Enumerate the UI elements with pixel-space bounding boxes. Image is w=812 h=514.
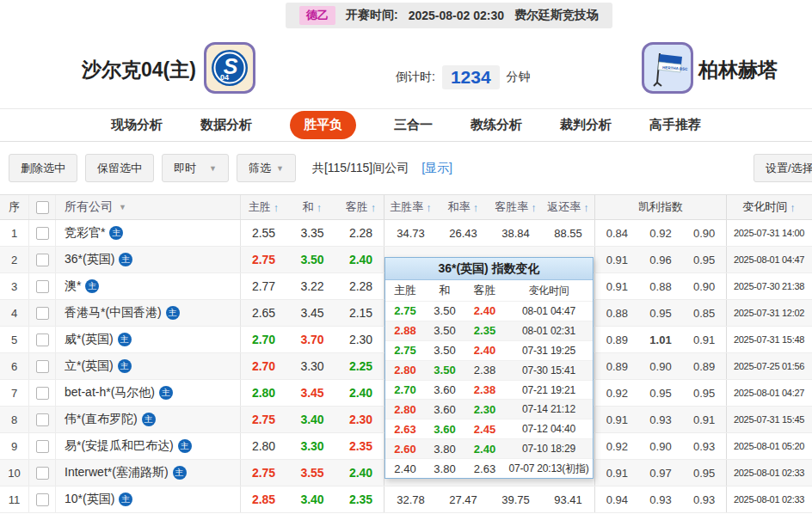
company-name[interactable]: 伟*(直布罗陀) [65, 412, 138, 427]
sort-up-icon: ↑ [790, 201, 796, 214]
popup-away-win-odds: 2.63 [464, 462, 505, 475]
away-win-odds[interactable]: 2.40 [338, 247, 384, 272]
tab-win-draw-lose[interactable]: 胜平负 [290, 111, 356, 139]
tab-three-in-one[interactable]: 三合一 [394, 117, 433, 133]
home-win-odds[interactable]: 2.75 [241, 460, 286, 486]
company-name[interactable]: 易*(安提瓜和巴布达) [65, 438, 174, 454]
draw-odds[interactable]: 3.30 [286, 433, 338, 459]
filter-dropdown[interactable]: 筛选 ▼ [237, 154, 296, 182]
home-win-odds[interactable]: 2.70 [241, 353, 286, 379]
company-name[interactable]: bet-at-h*(马尔他) [65, 385, 155, 401]
tab-coach-analysis[interactable]: 教练分析 [471, 117, 522, 133]
keep-selected-button[interactable]: 保留选中 [85, 154, 154, 182]
instant-dropdown[interactable]: 即时 ▼ [162, 154, 229, 182]
away-win-odds[interactable]: 2.35 [338, 433, 384, 459]
settings-button[interactable]: 设置/选择 [754, 154, 812, 182]
company-name[interactable]: 威*(英国) [65, 332, 114, 347]
row-checkbox[interactable] [36, 254, 49, 266]
league-badge[interactable]: 德乙 [299, 6, 335, 25]
rate-value: 93.41 [542, 486, 594, 512]
company-name[interactable]: 香港马*(中国香港) [65, 305, 162, 321]
header-away-win-rate-sort[interactable]: 客胜率↑ [489, 195, 542, 219]
company-cell: 10*(英国)主 [56, 486, 241, 512]
sort-up-icon: ↑ [531, 201, 537, 214]
home-win-odds[interactable]: 2.75 [241, 247, 286, 272]
away-win-odds[interactable]: 2.40 [338, 460, 384, 486]
select-all-checkbox[interactable] [36, 201, 49, 214]
chevron-down-icon: ▼ [276, 164, 284, 173]
header-home-win-rate-sort[interactable]: 主胜率↑ [384, 195, 437, 219]
row-checkbox[interactable] [36, 440, 49, 453]
away-win-odds[interactable]: 2.35 [338, 486, 384, 512]
draw-odds[interactable]: 3.50 [286, 247, 338, 272]
home-win-odds[interactable]: 2.80 [241, 380, 286, 406]
chevron-down-icon: ▼ [209, 164, 217, 173]
main-badge-icon: 主 [118, 359, 132, 373]
draw-odds[interactable]: 3.55 [286, 460, 338, 486]
popup-change-time: 07-12 04:40 [505, 423, 593, 435]
header-away-win-sort[interactable]: 客胜↑ [338, 195, 384, 219]
tab-expert-picks[interactable]: 高手推荐 [649, 117, 701, 133]
draw-odds[interactable]: 3.70 [286, 327, 338, 352]
home-win-odds[interactable]: 2.70 [241, 327, 286, 352]
kelly-value: 0.93 [682, 433, 726, 459]
header-draw-rate-sort[interactable]: 和率↑ [437, 195, 489, 219]
home-win-odds[interactable]: 2.80 [241, 433, 286, 459]
away-win-odds[interactable]: 2.30 [338, 327, 384, 352]
table-header-row: 序 所有公司 ▼ 主胜↑ 和↑ 客胜↑ 主胜率↑ 和率↑ 客胜率↑ [0, 194, 812, 220]
header-home-win-sort[interactable]: 主胜↑ [241, 195, 286, 219]
popup-home-win-odds: 2.75 [385, 344, 425, 357]
company-name[interactable]: 澳* [65, 278, 81, 294]
row-checkbox[interactable] [36, 413, 49, 426]
tab-data-analysis[interactable]: 数据分析 [200, 117, 252, 133]
header-draw-sort[interactable]: 和↑ [286, 195, 338, 219]
away-win-odds[interactable]: 2.28 [338, 273, 384, 299]
company-name[interactable]: 10*(英国) [65, 492, 114, 507]
home-win-odds[interactable]: 2.85 [241, 486, 286, 512]
away-win-odds[interactable]: 2.15 [338, 300, 384, 326]
popup-draw-odds: 3.50 [425, 324, 464, 337]
away-win-odds[interactable]: 2.28 [338, 220, 384, 246]
draw-odds[interactable]: 3.40 [286, 486, 338, 512]
draw-odds[interactable]: 3.45 [286, 380, 338, 406]
kelly-value: 0.89 [682, 353, 726, 379]
home-win-odds[interactable]: 2.65 [241, 300, 286, 326]
row-checkbox[interactable] [36, 360, 49, 373]
company-cell: 威*(英国)主 [56, 327, 241, 352]
draw-odds[interactable]: 3.30 [286, 353, 338, 379]
home-win-odds[interactable]: 2.55 [241, 220, 286, 246]
popup-history-row: 2.803.602.3007-14 21:12 [385, 399, 593, 419]
draw-odds[interactable]: 3.40 [286, 407, 338, 432]
header-company[interactable]: 所有公司 ▼ [56, 195, 241, 219]
popup-draw-odds: 3.50 [425, 364, 464, 376]
show-link[interactable]: [显示] [421, 161, 452, 176]
row-checkbox[interactable] [36, 467, 49, 480]
delete-selected-button[interactable]: 删除选中 [9, 154, 77, 182]
row-checkbox[interactable] [36, 307, 49, 320]
main-badge-icon: 主 [118, 333, 132, 346]
home-win-odds[interactable]: 2.77 [241, 273, 286, 299]
row-checkbox[interactable] [36, 493, 49, 506]
away-win-odds[interactable]: 2.40 [338, 380, 384, 406]
kelly-value: 0.89 [595, 327, 639, 352]
home-win-odds[interactable]: 2.75 [241, 407, 286, 432]
row-checkbox[interactable] [36, 387, 49, 400]
company-name[interactable]: 36*(英国) [65, 252, 114, 267]
row-checkbox[interactable] [36, 280, 49, 293]
row-checkbox-cell [29, 220, 56, 246]
row-checkbox[interactable] [36, 333, 49, 346]
header-change-time-sort[interactable]: 变化时间↑ [727, 195, 811, 219]
draw-odds[interactable]: 3.35 [286, 220, 338, 246]
row-checkbox[interactable] [36, 227, 49, 240]
popup-draw-odds: 3.50 [425, 304, 464, 317]
company-name[interactable]: 竞彩官* [65, 225, 105, 241]
company-name[interactable]: 立*(英国) [65, 358, 114, 374]
draw-odds[interactable]: 3.45 [286, 300, 338, 326]
tab-live-analysis[interactable]: 现场分析 [111, 117, 163, 133]
company-name[interactable]: Interwet*(塞浦路斯) [65, 465, 169, 480]
header-payout-rate-sort[interactable]: 返还率↑ [542, 195, 594, 219]
away-win-odds[interactable]: 2.30 [338, 407, 384, 432]
tab-referee-analysis[interactable]: 裁判分析 [560, 117, 612, 133]
away-win-odds[interactable]: 2.25 [338, 353, 384, 379]
draw-odds[interactable]: 3.22 [286, 273, 338, 299]
